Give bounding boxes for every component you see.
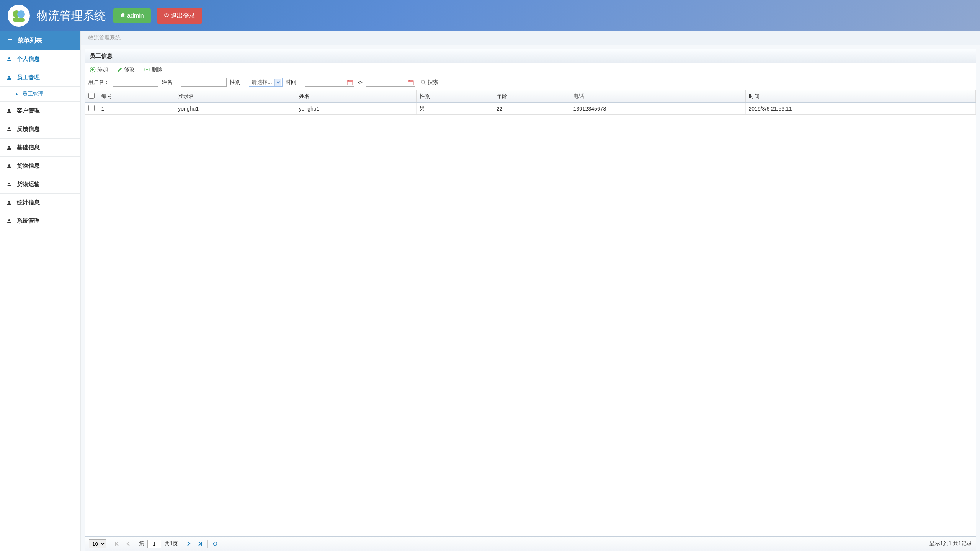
- app-title: 物流管理系统: [37, 8, 106, 24]
- svg-rect-2: [13, 18, 25, 22]
- svg-line-17: [424, 83, 426, 85]
- sidebar-item-label: 货物运输: [17, 181, 40, 188]
- pager-first[interactable]: [113, 540, 121, 548]
- filter-username-label: 用户名：: [88, 79, 109, 86]
- minus-icon: [144, 67, 150, 72]
- sidebar-item-6[interactable]: 货物运输: [0, 175, 80, 194]
- panel-title: 员工信息: [85, 49, 976, 63]
- pager-prev[interactable]: [124, 540, 132, 548]
- pager-last[interactable]: [196, 540, 204, 548]
- sidebar-item-0[interactable]: 个人信息: [0, 50, 80, 68]
- breadcrumb: 物流管理系统: [81, 31, 980, 45]
- page-number-input[interactable]: [147, 540, 161, 548]
- svg-point-1: [17, 10, 25, 18]
- admin-button[interactable]: admin: [113, 8, 151, 23]
- sidebar-item-label: 系统管理: [17, 217, 40, 225]
- cell-login: yonghu1: [175, 103, 296, 115]
- user-icon: [7, 145, 11, 150]
- search-icon: [421, 80, 426, 85]
- calendar-icon[interactable]: [347, 79, 353, 85]
- sidebar-subitem-1-0[interactable]: 员工管理: [0, 87, 80, 102]
- user-icon: [7, 57, 11, 62]
- cell-phone: 13012345678: [570, 103, 745, 115]
- column-header-1[interactable]: 登录名: [175, 90, 296, 103]
- cell-name: yonghu1: [296, 103, 416, 115]
- sidebar-item-label: 客户管理: [17, 107, 40, 114]
- sidebar-item-2[interactable]: 客户管理: [0, 102, 80, 120]
- filter-gender-select[interactable]: 请选择...: [249, 78, 283, 87]
- cell-age: 22: [493, 103, 570, 115]
- sidebar-item-label: 反馈信息: [17, 126, 40, 133]
- svg-point-16: [421, 80, 425, 83]
- user-icon: [7, 219, 11, 223]
- select-all-checkbox[interactable]: [88, 93, 95, 99]
- filter-username-input[interactable]: [113, 78, 158, 87]
- sidebar-item-1[interactable]: 员工管理: [0, 68, 80, 87]
- sidebar-item-label: 统计信息: [17, 199, 40, 206]
- calendar-icon[interactable]: [408, 79, 414, 85]
- panel-employee: 员工信息 添加 修改 删除 用户名： 姓名：: [85, 49, 976, 551]
- pager: 10 第 共1页 显示1到1,共1记录: [85, 536, 976, 551]
- sidebar-item-label: 个人信息: [17, 55, 40, 63]
- sidebar-item-4[interactable]: 基础信息: [0, 139, 80, 157]
- row-checkbox[interactable]: [88, 105, 95, 111]
- page-prefix: 第: [139, 540, 144, 547]
- sidebar-item-7[interactable]: 统计信息: [0, 194, 80, 212]
- delete-button[interactable]: 删除: [142, 65, 164, 74]
- search-label: 搜索: [428, 79, 438, 86]
- logout-button[interactable]: 退出登录: [157, 8, 202, 24]
- employee-table: 编号登录名姓名性别年龄电话时间 1yonghu1yonghu1男22130123…: [85, 90, 976, 115]
- sidebar-subitem-label: 员工管理: [22, 91, 44, 98]
- pager-next[interactable]: [185, 540, 193, 548]
- column-header-2[interactable]: 姓名: [296, 90, 416, 103]
- pencil-icon: [117, 67, 122, 72]
- sidebar-menu-title: 菜单列表: [0, 31, 80, 50]
- user-icon: [7, 75, 11, 80]
- cell-gender: 男: [416, 103, 493, 115]
- column-header-6[interactable]: 时间: [745, 90, 967, 103]
- filter-name-label: 姓名：: [162, 79, 178, 86]
- column-header-5[interactable]: 电话: [570, 90, 745, 103]
- caret-right-icon: [15, 93, 18, 96]
- edit-label: 修改: [124, 66, 135, 73]
- sidebar-item-5[interactable]: 货物信息: [0, 157, 80, 175]
- header-bar: 物流管理系统 admin 退出登录: [0, 0, 980, 31]
- admin-label: admin: [127, 12, 144, 19]
- table-row[interactable]: 1yonghu1yonghu1男22130123456782019/3/6 21…: [85, 103, 976, 115]
- search-button[interactable]: 搜索: [418, 78, 441, 86]
- user-icon: [7, 182, 11, 187]
- svg-rect-11: [351, 80, 351, 81]
- svg-rect-13: [408, 80, 413, 82]
- chevron-down-icon: [274, 79, 281, 86]
- sidebar-item-8[interactable]: 系统管理: [0, 212, 80, 230]
- pager-refresh[interactable]: [211, 540, 219, 548]
- sidebar: 菜单列表 个人信息员工管理员工管理客户管理反馈信息基础信息货物信息货物运输统计信…: [0, 31, 81, 551]
- filter-gender-label: 性别：: [230, 79, 246, 86]
- app-logo: [8, 5, 30, 27]
- user-icon: [7, 201, 11, 205]
- sidebar-item-3[interactable]: 反馈信息: [0, 120, 80, 139]
- total-pages-label: 共1页: [164, 540, 178, 547]
- sidebar-menu-title-label: 菜单列表: [18, 37, 42, 45]
- sidebar-item-label: 员工管理: [17, 74, 40, 81]
- cell-id: 1: [98, 103, 175, 115]
- user-icon: [7, 127, 11, 132]
- filter-gender-placeholder: 请选择...: [252, 79, 274, 86]
- page-size-select[interactable]: 10: [89, 539, 106, 548]
- filter-name-input[interactable]: [181, 78, 227, 87]
- add-label: 添加: [97, 66, 108, 73]
- cell-time: 2019/3/6 21:56:11: [745, 103, 967, 115]
- logout-label: 退出登录: [171, 12, 195, 20]
- sidebar-item-label: 货物信息: [17, 162, 40, 170]
- column-header-4[interactable]: 年龄: [493, 90, 570, 103]
- edit-button[interactable]: 修改: [116, 65, 136, 74]
- svg-rect-10: [348, 80, 349, 81]
- user-icon: [7, 164, 11, 168]
- delete-label: 删除: [152, 66, 162, 73]
- user-icon: [7, 109, 11, 113]
- column-header-0[interactable]: 编号: [98, 90, 175, 103]
- svg-rect-15: [412, 80, 412, 81]
- add-button[interactable]: 添加: [88, 65, 109, 74]
- column-header-3[interactable]: 性别: [416, 90, 493, 103]
- range-sep: ->: [358, 79, 363, 85]
